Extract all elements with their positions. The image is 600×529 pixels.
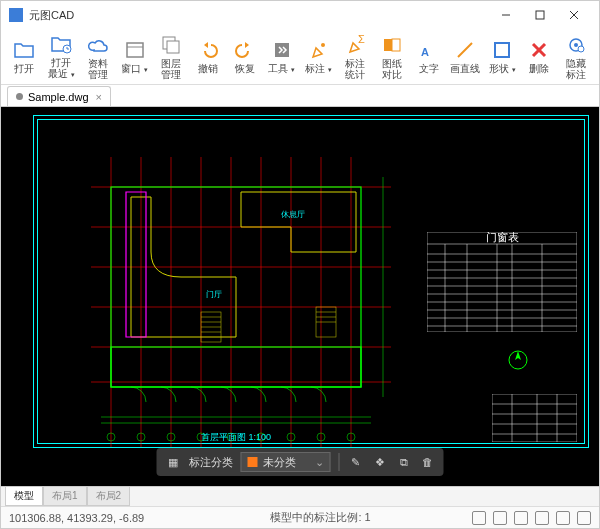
- ribbon-delete-button[interactable]: 删除: [522, 31, 557, 83]
- maximize-button[interactable]: [523, 1, 557, 29]
- svg-rect-13: [392, 39, 400, 51]
- svg-rect-16: [495, 43, 509, 57]
- window-title: 元图CAD: [29, 8, 489, 23]
- ribbon-label: 窗口 ▾: [121, 63, 148, 75]
- category-value: 未分类: [263, 455, 296, 470]
- stats-icon: Σ: [344, 34, 366, 56]
- drawing-caption: 首层平面图 1:100: [201, 431, 271, 444]
- ribbon-folder-button[interactable]: 打开: [7, 31, 42, 83]
- status-bar: 101306.88, 41393.29, -6.89 模型中的标注比例: 1: [1, 506, 599, 528]
- tab-dirty-dot: [16, 93, 23, 100]
- ribbon-label: 标注 ▾: [305, 63, 332, 75]
- osnap-toggle[interactable]: [535, 511, 549, 525]
- minimize-button[interactable]: [489, 1, 523, 29]
- ribbon-text-button[interactable]: A文字: [411, 31, 446, 83]
- room-label: 门厅: [206, 290, 222, 299]
- ribbon-shape-button[interactable]: 形状 ▾: [485, 31, 520, 83]
- copy-icon[interactable]: ⧉: [396, 454, 412, 470]
- svg-point-21: [578, 46, 584, 52]
- line-icon: [454, 39, 476, 61]
- ribbon-label: 工具 ▾: [268, 63, 295, 75]
- ribbon-label: 打开 最近 ▾: [48, 57, 75, 80]
- floor-plan: 休息厅 门厅: [91, 157, 391, 447]
- hide-icon: [565, 34, 587, 56]
- ribbon-label: 恢复: [235, 63, 255, 74]
- ribbon-marker-button[interactable]: 标注 ▾: [301, 31, 336, 83]
- room-label: 休息厅: [281, 210, 305, 219]
- status-message: 模型中的标注比例: 1: [169, 510, 472, 525]
- model-toggle[interactable]: [577, 511, 591, 525]
- svg-point-20: [574, 43, 578, 47]
- layout-tab[interactable]: 布局2: [87, 487, 131, 506]
- svg-rect-1: [536, 11, 544, 19]
- ribbon-line-button[interactable]: 画直线: [448, 31, 483, 83]
- close-tab-icon[interactable]: ×: [96, 91, 102, 103]
- ribbon-window-button[interactable]: 窗口 ▾: [117, 31, 152, 83]
- layout-tabstrip: 模型布局1布局2: [1, 486, 599, 506]
- title-block: [492, 394, 577, 442]
- redo-icon: [234, 39, 256, 61]
- folder-icon: [13, 39, 35, 61]
- close-button[interactable]: [557, 1, 591, 29]
- file-tabstrip: Sample.dwg ×: [1, 85, 599, 107]
- category-dropdown[interactable]: 未分类 ⌄: [241, 452, 331, 472]
- grid-toggle[interactable]: [493, 511, 507, 525]
- file-tab-label: Sample.dwg: [28, 91, 89, 103]
- ribbon-redo-button[interactable]: 恢复: [228, 31, 263, 83]
- delete-icon: [528, 39, 550, 61]
- snap-toggle[interactable]: [472, 511, 486, 525]
- ribbon-label: 形状 ▾: [489, 63, 516, 75]
- grid-icon[interactable]: ▦: [165, 454, 181, 470]
- coordinates-readout: 101306.88, 41393.29, -6.89: [9, 512, 169, 524]
- category-swatch: [248, 457, 258, 467]
- ribbon-label: 删除: [529, 63, 549, 74]
- undo-icon: [197, 39, 219, 61]
- ribbon-hide-button[interactable]: 隐藏 标注: [558, 31, 593, 83]
- folder-clock-icon: [50, 33, 72, 55]
- annotation-toolbar: ▦ 标注分类 未分类 ⌄ ✎ ❖ ⧉ 🗑: [157, 448, 444, 476]
- lineweight-toggle[interactable]: [556, 511, 570, 525]
- svg-text:门窗表: 门窗表: [486, 232, 519, 243]
- ribbon-chevrons-button[interactable]: 工具 ▾: [264, 31, 299, 83]
- svg-rect-5: [127, 43, 143, 57]
- ribbon-stats-button[interactable]: Σ标注 统计: [338, 31, 373, 83]
- ribbon-label: 标注 统计: [345, 58, 365, 80]
- svg-point-10: [321, 43, 325, 47]
- shape-icon: [491, 39, 513, 61]
- ribbon-label: 图层 管理: [161, 58, 181, 80]
- ribbon-compare-button[interactable]: 图纸 对比: [375, 31, 410, 83]
- classify-label: 标注分类: [189, 455, 233, 470]
- ribbon-label: 撤销: [198, 63, 218, 74]
- ribbon-undo-button[interactable]: 撤销: [191, 31, 226, 83]
- cloud-icon: [87, 34, 109, 56]
- layout-tab[interactable]: 模型: [5, 487, 43, 506]
- ribbon-label: 资料 管理: [88, 58, 108, 80]
- file-tab[interactable]: Sample.dwg ×: [7, 86, 111, 106]
- ribbon-folder-clock-button[interactable]: 打开 最近 ▾: [44, 31, 79, 83]
- svg-rect-12: [384, 39, 392, 51]
- layout-tab[interactable]: 布局1: [43, 487, 87, 506]
- ortho-toggle[interactable]: [514, 511, 528, 525]
- titlebar: 元图CAD: [1, 1, 599, 29]
- svg-rect-53: [111, 347, 361, 387]
- svg-line-15: [458, 43, 472, 57]
- settings-icon[interactable]: ❖: [372, 454, 388, 470]
- ribbon-layers-button[interactable]: 图层 管理: [154, 31, 189, 83]
- edit-icon[interactable]: ✎: [348, 454, 364, 470]
- layers-icon: [160, 34, 182, 56]
- ribbon-label: 打开: [14, 63, 34, 74]
- ribbon-label: 图纸 对比: [382, 58, 402, 80]
- svg-text:Σ: Σ: [358, 34, 365, 45]
- drawing-canvas[interactable]: 休息厅 门厅 门窗表 首层平面图 1:100 ▦ 标注分类 未分类 ⌄ ✎ ❖ …: [1, 107, 599, 486]
- status-toggles: [472, 511, 591, 525]
- svg-rect-8: [167, 41, 179, 53]
- ribbon-label: 画直线: [450, 63, 480, 74]
- ribbon-label: 隐藏 标注: [566, 58, 586, 80]
- north-arrow: [507, 349, 529, 371]
- trash-icon[interactable]: 🗑: [420, 454, 436, 470]
- door-window-schedule: 门窗表: [427, 232, 577, 332]
- app-icon: [9, 8, 23, 22]
- ribbon-toolbar: 打开打开 最近 ▾资料 管理窗口 ▾图层 管理撤销恢复工具 ▾标注 ▾Σ标注 统…: [1, 29, 599, 85]
- chevron-down-icon: ⌄: [315, 456, 324, 469]
- ribbon-cloud-button[interactable]: 资料 管理: [81, 31, 116, 83]
